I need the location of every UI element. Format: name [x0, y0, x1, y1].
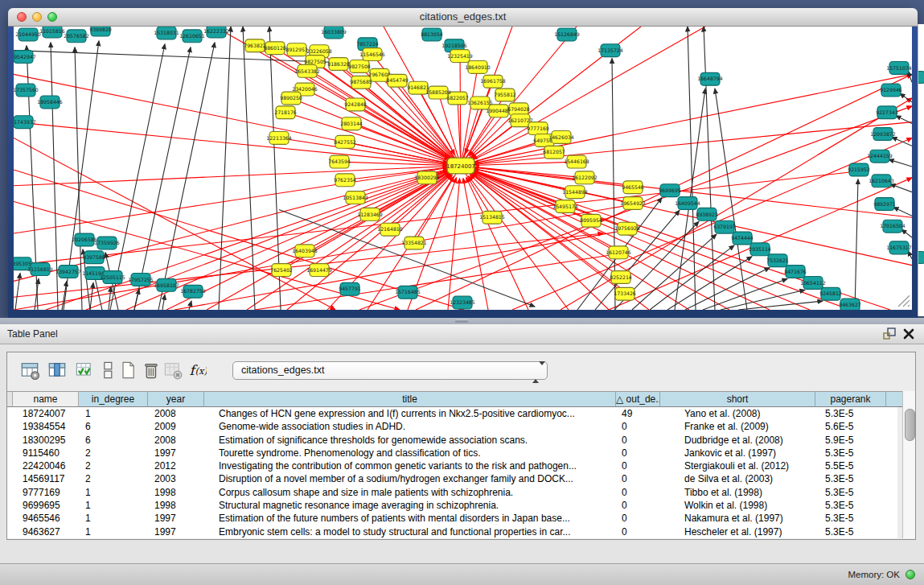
- graph-node-yellow[interactable]: 8912953: [285, 43, 308, 56]
- graph-node-yellow[interactable]: 16543382: [294, 64, 320, 77]
- graph-node-yellow[interactable]: 9777169: [527, 122, 549, 135]
- graph-node-yellow[interactable]: 15885209: [425, 86, 451, 99]
- graph-node-teal[interactable]: 12610651: [179, 30, 205, 43]
- graph-node-yellow[interactable]: 8095954: [580, 214, 602, 227]
- column-header-in_degree[interactable]: in_degree: [79, 391, 148, 407]
- graph-node-yellow[interactable]: 15495174: [552, 200, 578, 213]
- graph-node-teal[interactable]: 9457791: [339, 282, 361, 295]
- graph-node-yellow[interactable]: 14626034: [548, 131, 574, 144]
- graph-node-teal[interactable]: 9245812: [819, 287, 842, 300]
- row-height-icon[interactable]: [98, 360, 117, 381]
- graph-node-teal[interactable]: 17135724: [598, 44, 623, 57]
- graph-node-yellow[interactable]: 8186328: [327, 58, 350, 71]
- graph-node-teal[interactable]: 12505115: [100, 271, 125, 284]
- graph-node-teal[interactable]: 9397588: [83, 251, 105, 264]
- table-row[interactable]: 1456911722003Disruption of a novel membe…: [7, 472, 897, 485]
- graph-node-yellow[interactable]: 8454749: [386, 74, 409, 87]
- column-header-out_de[interactable]: △ out_de...: [616, 391, 660, 407]
- graph-node-teal[interactable]: 15318031: [154, 27, 179, 39]
- graph-node-teal[interactable]: 20206586: [72, 233, 97, 246]
- graph-node-teal[interactable]: 20576582: [64, 30, 89, 43]
- graph-node-yellow[interactable]: 18640910: [465, 61, 491, 74]
- graph-node-teal[interactable]: 9399820: [89, 27, 112, 36]
- graph-node-teal[interactable]: 16222332: [203, 27, 229, 38]
- graph-node-yellow[interactable]: 19654923: [620, 197, 646, 210]
- graph-node-yellow[interactable]: 8860128: [264, 42, 286, 55]
- graph-node-yellow[interactable]: 16120746: [606, 246, 631, 259]
- select-columns-icon[interactable]: [75, 360, 94, 381]
- graph-node-teal[interactable]: 2935114: [749, 243, 771, 256]
- graph-node-teal[interactable]: 17957255: [128, 274, 154, 286]
- graph-node-yellow[interactable]: 16403948: [292, 245, 318, 257]
- graph-node-teal[interactable]: 16648794: [697, 72, 723, 85]
- graph-node-teal[interactable]: 15716485: [395, 286, 421, 299]
- function-builder-icon[interactable]: f(x): [187, 360, 207, 381]
- horizontal-splitter[interactable]: [0, 318, 924, 324]
- float-panel-icon[interactable]: [882, 327, 897, 341]
- column-header-year[interactable]: year: [148, 391, 204, 407]
- graph-node-yellow[interactable]: 18300295: [414, 171, 440, 184]
- graph-node-teal[interactable]: 12444159: [867, 150, 893, 163]
- create-table-icon[interactable]: [118, 360, 138, 381]
- graph-node-yellow[interactable]: 12325419: [447, 50, 473, 63]
- table-selector-dropdown[interactable]: citations_edges.txt: [232, 361, 548, 380]
- table-row[interactable]: 911546021997Tourette syndrome. Phenomeno…: [7, 447, 897, 459]
- table-row[interactable]: 1830029562008Estimation of significance …: [7, 434, 897, 447]
- graph-node-yellow[interactable]: 11546546: [359, 48, 385, 61]
- graph-node-teal[interactable]: 11675317: [886, 241, 912, 254]
- graph-node-teal[interactable]: 21044950: [15, 28, 41, 41]
- graph-node-yellow[interactable]: 12213364: [266, 132, 292, 145]
- graph-node-yellow[interactable]: 9875685: [350, 76, 372, 89]
- graph-node-teal[interactable]: 8938923: [696, 208, 718, 220]
- graph-node-teal[interactable]: 16782759: [180, 285, 206, 298]
- graph-node-teal[interactable]: 16210643: [869, 175, 894, 187]
- delete-entries-icon[interactable]: [141, 360, 160, 381]
- graph-node-yellow[interactable]: 6812057: [543, 146, 565, 159]
- table-row[interactable]: 977716911998Corpus callosum shape and si…: [7, 486, 897, 499]
- graph-node-yellow[interactable]: 10513843: [343, 192, 368, 204]
- graph-node-teal[interactable]: 16033809: [321, 27, 347, 39]
- graph-node-teal[interactable]: 15126849: [554, 28, 580, 41]
- graph-node-teal[interactable]: 19542947: [14, 51, 36, 64]
- graph-node-yellow[interactable]: 13354821: [401, 237, 427, 249]
- table-row[interactable]: 969969511998Structural magnetic resonanc…: [7, 499, 897, 512]
- table-settings-icon[interactable]: [20, 360, 39, 381]
- graph-node-yellow[interactable]: 2803144: [340, 117, 363, 130]
- graph-node-yellow[interactable]: 8252214: [610, 271, 632, 284]
- column-header-name[interactable]: name: [13, 391, 79, 407]
- graph-node-teal[interactable]: 11015816: [39, 27, 65, 38]
- graph-node-teal[interactable]: 13942757: [55, 266, 81, 278]
- graph-node-teal[interactable]: 12323485: [450, 296, 475, 309]
- window-titlebar[interactable]: citations_edges.txt: [8, 8, 918, 27]
- graph-node-teal[interactable]: 11743937: [14, 116, 36, 129]
- graph-node-yellow[interactable]: 9242848: [344, 98, 367, 111]
- graph-node-yellow[interactable]: 15134815: [479, 211, 505, 224]
- memory-status-icon[interactable]: [906, 570, 915, 579]
- graph-node-teal[interactable]: 7532621: [766, 254, 789, 267]
- graph-node-yellow[interactable]: 9827508: [348, 60, 371, 73]
- graph-node-teal[interactable]: 9463627: [839, 299, 861, 310]
- column-header-title[interactable]: title: [204, 391, 616, 407]
- graph-node-yellow[interactable]: 15446168: [564, 155, 589, 168]
- graph-node-teal[interactable]: 17016504: [880, 220, 906, 233]
- graph-node-yellow[interactable]: 7963822: [244, 39, 266, 52]
- graph-node-yellow[interactable]: 19756928: [614, 222, 640, 235]
- graph-node-yellow[interactable]: 16914479: [306, 264, 332, 277]
- graph-node-teal[interactable]: 17359926: [94, 237, 120, 249]
- graph-node-yellow[interactable]: 7955812: [494, 89, 516, 101]
- vertical-scrollbar[interactable]: [902, 391, 915, 538]
- graph-node-yellow[interactable]: 2718176: [274, 106, 297, 119]
- column-mapping-icon[interactable]: [47, 360, 67, 381]
- table-row[interactable]: 2242004622012Investigating the contribut…: [7, 459, 897, 472]
- scrollbar-thumb[interactable]: [905, 409, 915, 441]
- graph-node-teal[interactable]: 9474444: [731, 232, 754, 245]
- graph-node-teal[interactable]: 15751074: [886, 62, 912, 75]
- column-header-pagerank[interactable]: pagerank: [815, 391, 886, 407]
- network-canvas[interactable]: 21044950 11015816 20576582 9399820 15318…: [14, 27, 912, 310]
- graph-node-teal[interactable]: 9892971: [873, 198, 896, 211]
- graph-node-teal[interactable]: 8471676: [784, 266, 807, 278]
- graph-node-yellow[interactable]: 8427552: [334, 135, 356, 148]
- graph-node-yellow[interactable]: 11544898: [562, 186, 588, 199]
- graph-node-yellow[interactable]: 1733426: [614, 287, 636, 300]
- graph-node-teal[interactable]: 10654112: [800, 276, 826, 289]
